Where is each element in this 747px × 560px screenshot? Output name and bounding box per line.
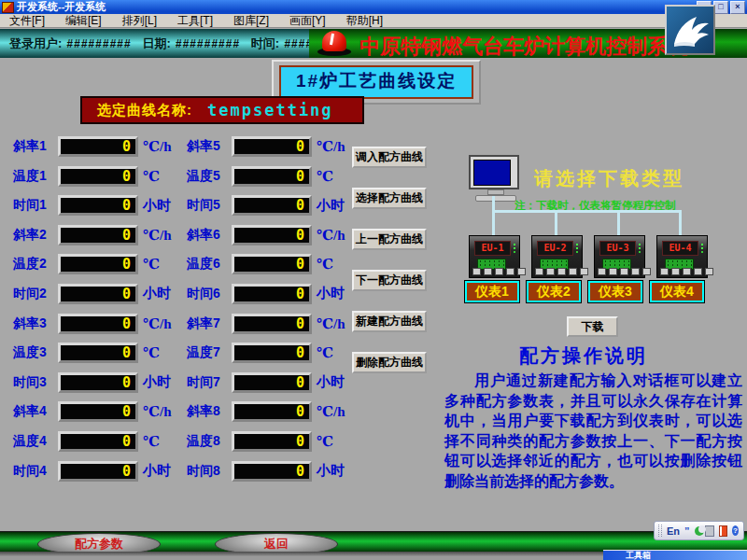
param-value-input[interactable]: 0: [232, 225, 312, 245]
menu-help[interactable]: 帮助[H]: [346, 13, 383, 29]
param-value-input[interactable]: 0: [232, 461, 312, 482]
param-value-input[interactable]: 0: [232, 343, 312, 363]
swan-logo-icon: [667, 7, 713, 53]
param-value-input[interactable]: 0: [232, 284, 312, 304]
select-recipe-button[interactable]: 选择配方曲线: [352, 188, 427, 209]
param-value-input[interactable]: 0: [58, 401, 138, 422]
curve-name-panel: 选定曲线名称: tempsetting: [80, 96, 364, 124]
param-value-input[interactable]: 0: [232, 136, 312, 157]
meter1-button[interactable]: 仪表1: [465, 281, 519, 302]
param-label: 温度7: [187, 344, 232, 361]
meter3-button[interactable]: 仪表3: [588, 281, 642, 302]
menu-file[interactable]: 文件[F]: [9, 13, 45, 29]
new-recipe-button[interactable]: 新建配方曲线: [352, 311, 427, 332]
param-label: 斜率7: [187, 315, 232, 332]
param-row: 斜率70℃/h: [187, 314, 345, 334]
meter2-button[interactable]: 仪表2: [527, 281, 581, 302]
param-value-input[interactable]: 0: [232, 254, 312, 274]
param-column-right: 斜率50℃/h 温度50℃ 时间50小时 斜率60℃/h 温度60℃ 时间60小…: [187, 136, 345, 482]
param-value-input[interactable]: 0: [58, 314, 138, 334]
date-value: #########: [176, 37, 240, 50]
download-type-prompt: 请选择下载类型: [534, 166, 684, 191]
param-value-input[interactable]: 0: [58, 284, 138, 304]
param-value-input[interactable]: 0: [58, 166, 138, 187]
param-value-input[interactable]: 0: [232, 431, 312, 452]
param-value-input[interactable]: 0: [58, 254, 138, 274]
ime-mode-icon[interactable]: [695, 526, 701, 536]
param-value-input[interactable]: 0: [232, 314, 312, 334]
toolbox-window-titlebar[interactable]: 工具箱: [603, 550, 747, 560]
param-value-input[interactable]: 0: [58, 343, 138, 363]
param-row: 时间20小时: [13, 284, 171, 304]
meter4-button[interactable]: 仪表4: [650, 281, 704, 302]
param-unit: ℃/h: [317, 227, 345, 244]
param-unit: 小时: [317, 462, 345, 480]
param-row: 时间60小时: [187, 284, 345, 304]
param-row: 温度80℃: [187, 431, 345, 452]
param-label: 斜率3: [13, 315, 58, 332]
param-label: 温度2: [13, 256, 58, 273]
param-label: 温度1: [13, 168, 58, 185]
instrument-display: EU-2: [537, 241, 573, 256]
instructions-title: 配方操作说明: [519, 343, 648, 369]
param-value-input[interactable]: 0: [232, 372, 312, 393]
language-indicator[interactable]: En: [667, 525, 680, 537]
menu-screen[interactable]: 画面[Y]: [289, 13, 326, 29]
param-value-input[interactable]: 0: [58, 461, 138, 482]
curve-name-value: tempsetting: [207, 101, 333, 119]
param-row: 斜率10℃/h: [13, 136, 171, 157]
param-row: 温度50℃: [187, 166, 345, 187]
next-recipe-button[interactable]: 下一配方曲线: [352, 270, 427, 291]
menu-edit[interactable]: 编辑[E]: [65, 13, 102, 29]
soft-keyboard-icon[interactable]: [705, 525, 714, 537]
alarm-lamp-icon: [317, 31, 352, 56]
network-line: [679, 213, 682, 235]
restore-button[interactable]: □: [713, 1, 728, 14]
param-row: 斜率80℃/h: [187, 401, 345, 422]
param-value-input[interactable]: 0: [232, 166, 312, 187]
page-title: 1#炉工艺曲线设定: [279, 65, 473, 99]
param-label: 时间7: [187, 374, 232, 391]
param-value-input[interactable]: 0: [58, 225, 138, 245]
param-value-input[interactable]: 0: [58, 372, 138, 393]
menu-gallery[interactable]: 图库[Z]: [233, 13, 269, 29]
param-value-input[interactable]: 0: [58, 136, 138, 157]
time-label: 时间:: [251, 35, 279, 52]
menu-arrange[interactable]: 排列[L]: [122, 13, 157, 29]
network-line: [492, 196, 495, 210]
param-unit: ℃: [317, 433, 333, 450]
param-label: 时间2: [13, 286, 58, 302]
param-label: 温度5: [187, 168, 232, 185]
application-window: 开发系统--开发系统 – □ × 文件[F] 编辑[E] 排列[L] 工具[T]…: [0, 0, 747, 560]
param-unit: ℃: [143, 433, 160, 450]
param-value-input[interactable]: 0: [232, 401, 312, 422]
help-icon[interactable]: ?: [732, 525, 739, 536]
param-unit: ℃/h: [317, 138, 345, 155]
param-value-input[interactable]: 0: [58, 431, 138, 452]
param-label: 温度4: [13, 433, 58, 450]
language-bar-grip[interactable]: [658, 525, 662, 537]
param-row: 时间80小时: [187, 461, 345, 482]
instrument-button-row: 仪表1 仪表2 仪表3 仪表4: [465, 281, 704, 302]
param-unit: ℃/h: [317, 403, 345, 420]
param-row: 时间50小时: [187, 195, 345, 216]
ime-marks-icon[interactable]: ”: [684, 527, 690, 535]
delete-recipe-button[interactable]: 删除配方曲线: [352, 352, 427, 373]
prev-recipe-button[interactable]: 上一配方曲线: [352, 229, 427, 250]
ime-pad-icon[interactable]: [719, 525, 727, 537]
param-unit: ℃: [317, 168, 333, 185]
computer-icon: [469, 155, 523, 202]
instrument-display: EU-1: [474, 241, 511, 256]
param-label: 斜率8: [187, 403, 232, 420]
load-recipe-button[interactable]: 调入配方曲线: [352, 147, 427, 168]
param-value-input[interactable]: 0: [232, 195, 312, 216]
param-label: 时间6: [187, 286, 232, 302]
param-unit: 小时: [143, 373, 171, 391]
param-unit: 小时: [143, 462, 171, 480]
menu-tools[interactable]: 工具[T]: [177, 13, 213, 29]
network-line: [492, 210, 682, 213]
param-value-input[interactable]: 0: [58, 195, 138, 216]
instrument-eu4-icon: EU-4: [656, 235, 708, 278]
download-button[interactable]: 下载: [567, 316, 618, 337]
close-button[interactable]: ×: [730, 1, 745, 14]
